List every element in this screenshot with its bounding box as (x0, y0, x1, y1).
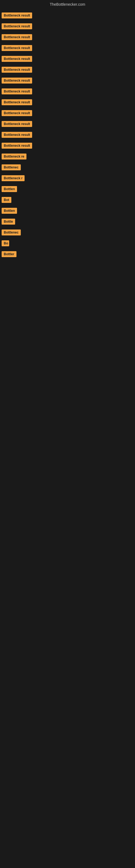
bottleneck-item: Bottle (1, 218, 134, 227)
bottleneck-item: Bottleneck result (1, 33, 134, 42)
bottleneck-item: Bottleneck result (1, 22, 134, 31)
bottleneck-item: Bottleneck result (1, 142, 134, 151)
bottleneck-badge[interactable]: Bottleneck result (2, 121, 32, 127)
bottleneck-badge[interactable]: Bottleneck result (2, 88, 32, 94)
bottleneck-badge[interactable]: Bottleneck result (2, 67, 32, 73)
bottleneck-badge[interactable]: Bottleneck result (2, 56, 32, 62)
bottleneck-badge[interactable]: Bottlenec (2, 229, 21, 236)
bottleneck-badge[interactable]: Bottlenec (2, 164, 21, 170)
bottleneck-item: Bottlenec (1, 163, 134, 173)
bottleneck-badge[interactable]: Bottleneck result (2, 12, 32, 19)
bottleneck-badge[interactable]: Bottleneck result (2, 34, 32, 40)
site-header: TheBottlenecker.com (0, 0, 135, 9)
bottleneck-badge[interactable]: Bottleneck result (2, 132, 32, 138)
bottleneck-badge[interactable]: Bottler (2, 251, 16, 257)
bottleneck-badge[interactable]: Bottleneck re (2, 154, 27, 159)
bottleneck-item: Bottleneck result (1, 55, 134, 64)
bottleneck-badge[interactable]: Bottlen (2, 208, 17, 214)
bottleneck-badge[interactable]: Bottleneck result (2, 110, 32, 116)
bottleneck-item: Bottler (1, 250, 134, 259)
bottleneck-badge[interactable]: Bottleneck result (2, 78, 32, 84)
bottleneck-item: Bottlen (1, 185, 134, 194)
bottleneck-item: Bottlenec (1, 228, 134, 238)
bottleneck-item: Bo (1, 239, 134, 248)
bottleneck-badge[interactable]: Bottleneck result (2, 143, 32, 149)
bottleneck-item: Bottleneck result (1, 11, 134, 21)
bottleneck-badge[interactable]: Bot (2, 197, 11, 203)
bottleneck-item: Bottleneck result (1, 44, 134, 53)
bottleneck-item: Bottleneck result (1, 98, 134, 107)
site-title: TheBottlenecker.com (50, 2, 85, 6)
bottleneck-badge[interactable]: Bottleneck r (2, 175, 25, 181)
bottleneck-item: Bot (1, 196, 134, 205)
bottleneck-item: Bottleneck r (1, 174, 134, 183)
items-container: Bottleneck resultBottleneck resultBottle… (0, 9, 135, 262)
bottleneck-item: Bottleneck result (1, 87, 134, 97)
bottleneck-item: Bottleneck re (1, 152, 134, 162)
bottleneck-badge[interactable]: Bottleneck result (2, 99, 32, 105)
bottleneck-badge[interactable]: Bo (2, 240, 9, 246)
bottleneck-item: Bottleneck result (1, 66, 134, 75)
bottleneck-badge[interactable]: Bottlen (2, 186, 17, 192)
bottleneck-badge[interactable]: Bottle (2, 219, 15, 225)
bottleneck-item: Bottleneck result (1, 120, 134, 129)
bottleneck-badge[interactable]: Bottleneck result (2, 45, 32, 51)
bottleneck-badge[interactable]: Bottleneck result (2, 23, 32, 29)
bottleneck-item: Bottleneck result (1, 131, 134, 140)
bottleneck-item: Bottleneck result (1, 109, 134, 118)
bottleneck-item: Bottlen (1, 207, 134, 216)
bottleneck-item: Bottleneck result (1, 76, 134, 86)
